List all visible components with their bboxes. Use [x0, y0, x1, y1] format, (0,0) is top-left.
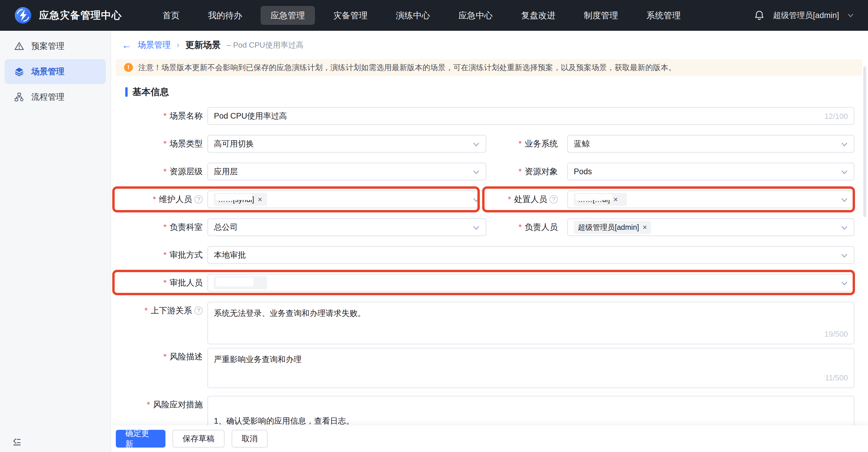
- scene-type-select[interactable]: 高可用切换: [208, 135, 486, 153]
- business-system-select[interactable]: 蓝鲸: [567, 135, 855, 153]
- alert-triangle-icon: [14, 41, 24, 51]
- risk-desc-textarea[interactable]: 严重影响业务查询和办理 11/500: [208, 348, 855, 388]
- scene-name-input[interactable]: Pod CPU使用率过高 12/100: [208, 107, 855, 125]
- department-label: * 负责科室: [116, 218, 203, 236]
- help-icon[interactable]: ?: [550, 195, 558, 203]
- department-select[interactable]: 总公司: [208, 218, 486, 236]
- approval-method-select[interactable]: 本地审批: [208, 246, 855, 264]
- top-navbar: 应急灾备管理中心 首页 我的待办 应急管理 灾备管理 演练中心 应急中心 复盘改…: [0, 0, 868, 31]
- form-row-type-system: * 场景类型 高可用切换 * 业务系统 蓝鲸: [116, 135, 863, 153]
- chevron-down-icon: [841, 169, 848, 176]
- cancel-button[interactable]: 取消: [231, 430, 268, 448]
- form-row-risk-desc: * 风险描述 严重影响业务查询和办理 11/500: [116, 348, 863, 388]
- approver-select[interactable]: ……… ×: [208, 274, 855, 292]
- sidebar-item-label: 预案管理: [31, 40, 64, 52]
- nav-item-disaster-mgmt[interactable]: 灾备管理: [323, 6, 378, 25]
- app-root: 应急灾备管理中心 首页 我的待办 应急管理 灾备管理 演练中心 应急中心 复盘改…: [0, 0, 868, 452]
- form-row-approval-method: * 审批方式 本地审批: [116, 246, 863, 264]
- navbar-right: 超级管理员[admin]: [754, 10, 854, 21]
- close-icon[interactable]: ×: [244, 279, 248, 287]
- risk-measures-label: * 风险应对措施: [116, 396, 203, 414]
- form-row-upstream: * 上下游关系 ? 系统无法登录、业务查询和办理请求失败。 19/500: [116, 302, 863, 344]
- approval-method-label: * 审批方式: [116, 246, 203, 264]
- nav-item-policy-mgmt[interactable]: 制度管理: [574, 6, 628, 25]
- char-counter: 19/500: [824, 327, 848, 341]
- approver-tag[interactable]: ……… ×: [214, 276, 267, 289]
- resource-level-select[interactable]: 应用层: [208, 163, 486, 180]
- chevron-down-icon[interactable]: [847, 12, 854, 19]
- maintainer-select[interactable]: ……[synui] ×: [208, 191, 486, 208]
- sidebar-collapse-icon[interactable]: [12, 436, 22, 446]
- warning-icon: !: [124, 63, 133, 72]
- nav-item-drill-center[interactable]: 演练中心: [386, 6, 440, 25]
- section-header: 基本信息: [125, 86, 868, 98]
- resource-object-select[interactable]: Pods: [567, 163, 855, 180]
- form-row-scene-name: * 场景名称 Pod CPU使用率过高 12/100: [116, 107, 863, 125]
- main-content: ← 场景管理 › 更新场景 – Pod CPU使用率过高 ! 注意！场景版本更新…: [111, 31, 868, 452]
- char-counter: 12/100: [824, 112, 848, 121]
- resource-level-label: * 资源层级: [116, 163, 203, 180]
- sidebar-item-process-mgmt[interactable]: 流程管理: [5, 85, 106, 109]
- maintainer-label: * 维护人员 ?: [116, 191, 203, 208]
- layers-icon: [14, 66, 24, 77]
- risk-desc-label: * 风险描述: [116, 348, 203, 366]
- breadcrumb: ← 场景管理 › 更新场景 – Pod CPU使用率过高: [111, 31, 868, 59]
- handler-label: * 处置人员 ?: [466, 191, 558, 208]
- upstream-textarea[interactable]: 系统无法登录、业务查询和办理请求失败。 19/500: [208, 302, 855, 344]
- confirm-update-button[interactable]: 确定更新: [116, 430, 165, 448]
- main-nav: 首页 我的待办 应急管理 灾备管理 演练中心 应急中心 复盘改进 制度管理 系统…: [152, 6, 691, 25]
- sidebar-item-label: 流程管理: [31, 91, 64, 103]
- sidebar-item-scene-mgmt[interactable]: 场景管理: [5, 59, 106, 84]
- page-subtitle: – Pod CPU使用率过高: [226, 40, 303, 50]
- sidebar: 预案管理 场景管理 流程管理: [0, 31, 111, 452]
- nav-item-home[interactable]: 首页: [152, 6, 190, 25]
- back-arrow-icon[interactable]: ←: [122, 40, 132, 50]
- nav-item-emergency-center[interactable]: 应急中心: [448, 6, 503, 25]
- handler-tag[interactable]: ……[…ui] ×: [574, 193, 627, 206]
- close-icon[interactable]: ×: [613, 196, 618, 203]
- scene-type-label: * 场景类型: [116, 135, 203, 153]
- nav-item-review-improve[interactable]: 复盘改进: [511, 6, 565, 25]
- notification-bell-icon[interactable]: [754, 10, 765, 21]
- sidebar-item-label: 场景管理: [31, 66, 64, 77]
- close-icon[interactable]: ×: [643, 223, 647, 231]
- approver-label: * 审批人员: [116, 274, 203, 292]
- chevron-down-icon: [841, 141, 848, 148]
- scene-name-label: * 场景名称: [116, 107, 203, 125]
- business-system-label: * 业务系统: [466, 135, 558, 153]
- handler-select[interactable]: ……[…ui] ×: [567, 191, 855, 208]
- breadcrumb-parent[interactable]: 场景管理: [138, 39, 171, 51]
- help-icon[interactable]: ?: [194, 195, 203, 203]
- maintainer-tag[interactable]: ……[synui] ×: [214, 193, 267, 206]
- form-row-approver: * 审批人员 ……… ×: [116, 274, 863, 292]
- owner-select[interactable]: 超级管理员[admin] ×: [567, 218, 855, 236]
- save-draft-button[interactable]: 保存草稿: [173, 430, 224, 448]
- form-row-personnel: * 维护人员 ? ……[synui] × * 处置人员 ?: [116, 191, 863, 208]
- required-mark: *: [163, 111, 167, 121]
- section-title: 基本信息: [132, 86, 169, 98]
- app-logo-icon[interactable]: [14, 6, 32, 24]
- owner-tag[interactable]: 超级管理员[admin] ×: [574, 221, 651, 234]
- close-icon[interactable]: ×: [258, 196, 262, 203]
- notice-banner: ! 注意！场景版本更新不会影响到已保存的应急演练计划，演练计划如需选用最新版本的…: [116, 59, 862, 76]
- chevron-down-icon: [841, 224, 848, 231]
- breadcrumb-separator-icon: ›: [177, 40, 179, 50]
- user-menu[interactable]: 超级管理员[admin]: [773, 10, 839, 21]
- scrollbar-thumb[interactable]: [863, 66, 866, 217]
- owner-label: * 负责人员: [466, 218, 558, 236]
- upstream-label: * 上下游关系 ?: [116, 302, 203, 319]
- section-accent-bar: [125, 87, 128, 97]
- nav-item-system-mgmt[interactable]: 系统管理: [637, 6, 691, 25]
- nav-item-todo[interactable]: 我的待办: [198, 6, 252, 25]
- form-row-resource: * 资源层级 应用层 * 资源对象 Pods: [116, 163, 863, 180]
- form-footer: 确定更新 保存草稿 取消: [111, 425, 868, 452]
- sidebar-item-plan-mgmt[interactable]: 预案管理: [5, 34, 106, 59]
- resource-object-label: * 资源对象: [466, 163, 558, 180]
- flow-icon: [14, 92, 24, 102]
- notice-text: 注意！场景版本更新不会影响到已保存的应急演练计划，演练计划如需选用最新版本的场景…: [138, 62, 676, 73]
- chevron-down-icon: [841, 196, 848, 203]
- nav-item-emergency-mgmt[interactable]: 应急管理: [260, 6, 315, 25]
- help-icon[interactable]: ?: [194, 307, 203, 315]
- chevron-down-icon: [841, 252, 848, 259]
- char-counter: 11/500: [825, 371, 848, 385]
